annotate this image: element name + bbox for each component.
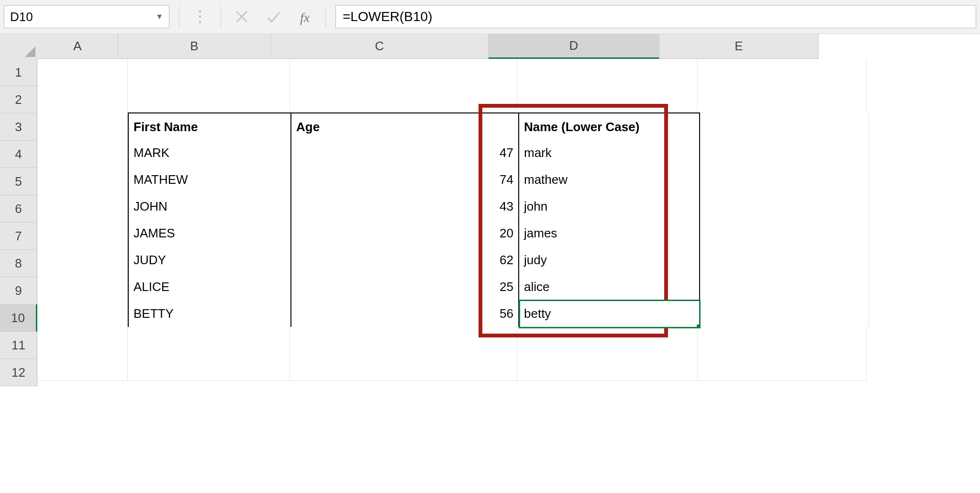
cell-D12[interactable] [517, 354, 698, 381]
row-header-1[interactable]: 1 [0, 59, 37, 86]
cell-A5[interactable] [37, 166, 128, 193]
cell-D2[interactable] [517, 86, 698, 113]
cell-B1[interactable] [128, 59, 290, 86]
column-header-A[interactable]: A [37, 34, 118, 59]
select-all-corner[interactable] [0, 34, 38, 59]
dropdown-icon[interactable]: ▼ [156, 12, 163, 21]
cell-D11[interactable] [517, 327, 698, 354]
cell-D6[interactable]: john [519, 193, 700, 221]
column-header-B[interactable]: B [118, 34, 271, 59]
cell-C12[interactable] [290, 354, 517, 381]
cell-E9[interactable] [700, 273, 869, 301]
row-header-8[interactable]: 8 [0, 250, 37, 277]
row-4: MARK47mark [37, 139, 869, 166]
cell-E1[interactable] [698, 59, 867, 86]
svg-point-2 [199, 21, 201, 23]
cell-B4[interactable]: MARK [128, 139, 291, 167]
cell-D5[interactable]: mathew [519, 166, 700, 194]
row-11 [37, 327, 869, 354]
column-header-E[interactable]: E [659, 34, 819, 59]
cell-C1[interactable] [290, 59, 517, 86]
separator [221, 6, 221, 28]
cell-A9[interactable] [37, 273, 128, 301]
row-header-6[interactable]: 6 [0, 195, 37, 223]
cell-A1[interactable] [37, 59, 128, 86]
cell-C11[interactable] [290, 327, 517, 354]
cell-B2[interactable] [128, 86, 290, 113]
cell-B6[interactable]: JOHN [128, 193, 291, 221]
cell-A2[interactable] [37, 86, 128, 113]
row-6: JOHN43john [37, 193, 869, 220]
cell-B11[interactable] [128, 327, 290, 354]
cell-A7[interactable] [37, 220, 128, 247]
row-header-7[interactable]: 7 [0, 223, 37, 250]
cell-C3[interactable]: Age [291, 112, 519, 141]
row-header-10[interactable]: 10 [0, 304, 37, 332]
cancel-icon [231, 6, 253, 28]
cell-C8[interactable]: 62 [291, 246, 519, 274]
cell-B7[interactable]: JAMES [128, 220, 291, 247]
cell-D8[interactable]: judy [519, 246, 700, 274]
cell-E4[interactable] [700, 139, 869, 167]
cell-E6[interactable] [700, 193, 869, 220]
cell-C10[interactable]: 56 [291, 300, 519, 328]
svg-point-1 [199, 16, 201, 18]
cell-A4[interactable] [37, 139, 128, 167]
cell-A11[interactable] [37, 327, 128, 354]
row-header-11[interactable]: 11 [0, 332, 37, 359]
cell-D4[interactable]: mark [519, 139, 700, 167]
cell-C6[interactable]: 43 [291, 193, 519, 221]
cell-D10[interactable]: betty [519, 300, 700, 328]
row-12 [37, 354, 869, 381]
cell-D7[interactable]: james [519, 220, 700, 247]
cell-A12[interactable] [37, 354, 128, 381]
cell-C5[interactable]: 74 [291, 166, 519, 194]
formula-input[interactable]: =LOWER(B10) [335, 5, 976, 28]
column-header-D[interactable]: D [489, 34, 659, 59]
cell-A8[interactable] [37, 246, 128, 274]
insert-function-button[interactable]: fx [294, 6, 316, 28]
formula-bar: D10 ▼ fx =LOWER(B10) [0, 0, 980, 34]
menu-dots-icon[interactable] [189, 6, 211, 28]
cell-E3[interactable] [700, 112, 869, 140]
cell-C2[interactable] [290, 86, 517, 113]
cell-B3[interactable]: First Name [128, 112, 291, 141]
row-5: MATHEW74mathew [37, 166, 869, 193]
cell-E11[interactable] [698, 327, 867, 354]
row-header-4[interactable]: 4 [0, 141, 37, 168]
name-box[interactable]: D10 ▼ [4, 5, 169, 28]
row-header-5[interactable]: 5 [0, 168, 37, 195]
cell-B12[interactable] [128, 354, 290, 381]
cell-grid[interactable]: First NameAgeName (Lower Case)MARK47mark… [37, 59, 869, 381]
row-header-12[interactable]: 12 [0, 359, 37, 386]
row-header-9[interactable]: 9 [0, 277, 37, 304]
row-2 [37, 86, 869, 112]
cell-D9[interactable]: alice [519, 273, 700, 301]
row-header-2[interactable]: 2 [0, 86, 37, 113]
cell-B9[interactable]: ALICE [128, 273, 291, 301]
cell-E10[interactable] [700, 300, 869, 327]
cell-E8[interactable] [700, 246, 869, 274]
cell-B5[interactable]: MATHEW [128, 166, 291, 194]
cell-C7[interactable]: 20 [291, 220, 519, 247]
column-header-C[interactable]: C [271, 34, 489, 59]
cell-E2[interactable] [698, 86, 867, 113]
cell-C4[interactable]: 47 [291, 139, 519, 167]
cell-E7[interactable] [700, 220, 869, 247]
cell-A10[interactable] [37, 300, 128, 327]
cell-A3[interactable] [37, 112, 128, 140]
cell-E5[interactable] [700, 166, 869, 193]
cell-D3[interactable]: Name (Lower Case) [519, 112, 700, 141]
cell-C9[interactable]: 25 [291, 273, 519, 301]
cell-B10[interactable]: BETTY [128, 300, 291, 328]
row-headers: 123456789101112 [0, 59, 37, 386]
row-10: BETTY56betty [37, 300, 869, 327]
cell-D1[interactable] [517, 59, 698, 86]
row-header-3[interactable]: 3 [0, 113, 37, 141]
fill-handle[interactable] [697, 325, 700, 328]
cell-A6[interactable] [37, 193, 128, 220]
cell-B8[interactable]: JUDY [128, 246, 291, 274]
cell-E12[interactable] [698, 354, 867, 381]
separator [325, 6, 326, 28]
column-headers: ABCDE [37, 34, 819, 59]
